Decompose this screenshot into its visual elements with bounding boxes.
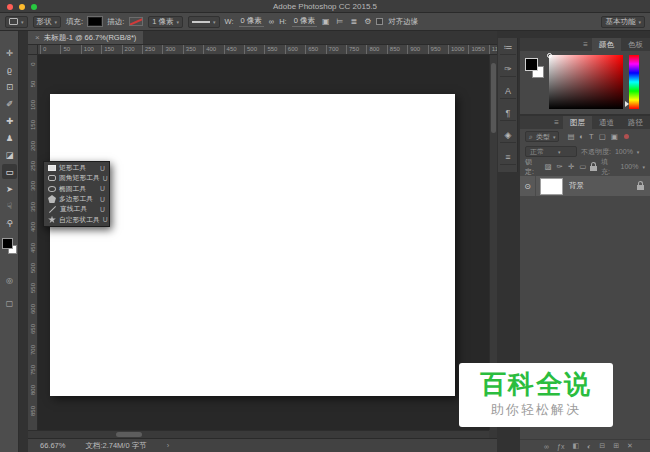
menu-item-rounded-rectangle-tool[interactable]: 圆角矩形工具 U [44, 173, 109, 183]
layer-effects-icon[interactable]: ƒx [557, 443, 564, 450]
character-panel-icon[interactable]: A [500, 83, 516, 99]
new-adjustment-layer-icon[interactable]: ◐ [587, 443, 591, 450]
tab-swatches[interactable]: 色板 [621, 38, 650, 51]
tool-mode-select[interactable]: 形状 ▾ [33, 16, 62, 28]
vertical-scrollbar-thumb[interactable] [491, 63, 496, 133]
eraser-tool[interactable]: ◪ [2, 147, 17, 162]
shape-height-input[interactable]: 0 像素 [292, 16, 317, 27]
layer-row-background[interactable]: ⊙ 背景 [520, 176, 650, 196]
color-cursor[interactable] [547, 53, 552, 58]
tab-layers[interactable]: 图层 [563, 116, 592, 129]
path-arrangement-icon[interactable]: ≣ [350, 17, 357, 26]
layer-filter-kind-select[interactable]: ⌕ 类型 ▾ [525, 131, 559, 142]
rectangle-shape-tool[interactable]: ▭ [2, 164, 17, 179]
shortcut-key: U [100, 165, 105, 172]
zoom-level-field[interactable]: 66.67% [40, 441, 65, 450]
ruler-origin-corner[interactable] [28, 45, 38, 55]
properties-panel-icon[interactable]: ≔ [500, 39, 516, 55]
path-operations-icon[interactable]: ▣ [322, 17, 330, 26]
horizontal-scrollbar-thumb[interactable] [116, 432, 142, 437]
filter-type-layers-icon[interactable]: T [589, 132, 594, 141]
layer-filter-row: ⌕ 类型 ▾ ▤◐T▢▣ [520, 129, 650, 144]
vertical-ruler[interactable]: 0501001502002503003504004505005506006507… [28, 55, 38, 430]
filter-adjustment-layers-icon[interactable]: ◐ [580, 132, 585, 141]
status-menu-arrow[interactable]: › [167, 441, 170, 450]
layer-thumbnail[interactable] [540, 178, 563, 195]
opacity-value[interactable]: 100% [615, 148, 633, 155]
path-alignment-icon[interactable]: ⊨ [337, 17, 344, 26]
link-layers-icon[interactable]: ∞ [544, 443, 549, 450]
menu-item-ellipse-tool[interactable]: 椭圆工具 U [44, 184, 109, 194]
add-mask-icon[interactable]: ◧ [572, 442, 579, 450]
shape-tools-flyout-menu: 矩形工具 U 圆角矩形工具 U 椭圆工具 U 多边形工具 U [43, 161, 110, 227]
quick-mask-button[interactable]: ◎ [2, 276, 17, 285]
chevron-down-icon: ▾ [55, 19, 58, 25]
canvas[interactable] [50, 94, 455, 396]
document-tab-title: 未标题-1 @ 66.7%(RGB/8*) [44, 33, 137, 43]
lock-position-icon[interactable]: ✛ [568, 162, 574, 171]
saturation-brightness-field[interactable] [549, 55, 623, 109]
hue-slider-marker[interactable] [625, 101, 629, 107]
menu-item-custom-shape-tool[interactable]: 自定形状工具 U [44, 214, 109, 224]
horizontal-ruler[interactable]: 0501001502002503003504004505005506006507… [38, 45, 497, 55]
delete-layer-icon[interactable]: ✕ [627, 442, 633, 450]
lock-artboard-icon[interactable]: ▭ [579, 162, 586, 171]
lasso-tool[interactable]: ϱ [2, 62, 17, 77]
panel-menu-icon[interactable]: ≡ [554, 118, 559, 127]
align-edges-checkbox[interactable] [376, 18, 383, 25]
filter-shape-layers-icon[interactable]: ▢ [599, 132, 606, 141]
brush-panel-icon[interactable]: ✑ [500, 61, 516, 77]
tab-channels[interactable]: 通道 [592, 116, 621, 129]
lock-label: 锁定: [525, 157, 541, 177]
clone-stamp-tool[interactable]: ♟ [2, 130, 17, 145]
lock-paint-icon[interactable]: ✑ [557, 162, 563, 171]
tab-color[interactable]: 颜色 [592, 38, 621, 51]
healing-brush-tool[interactable]: ✚ [2, 113, 17, 128]
stroke-type-select[interactable]: ▾ [188, 16, 220, 28]
horizontal-scrollbar[interactable] [28, 430, 489, 438]
tool-preset-picker[interactable]: ▾ [5, 16, 28, 28]
tools-palette: … ◎ ▢ ✛ϱ⊡✐✚♟◪▭➤☟⚲ [0, 31, 19, 452]
color-panel-foreground-swatch[interactable] [525, 58, 538, 71]
pasteboard[interactable] [38, 55, 489, 430]
document-tab[interactable]: × 未标题-1 @ 66.7%(RGB/8*) [28, 31, 143, 44]
stroke-width-select[interactable]: 1 像素 ▾ [148, 16, 183, 28]
path-selection-tool[interactable]: ➤ [2, 181, 17, 196]
menu-item-polygon-tool[interactable]: 多边形工具 U [44, 194, 109, 204]
blend-mode-select[interactable]: 正常 ▾ [525, 146, 577, 157]
workspace-select[interactable]: 基本功能 ▾ [601, 16, 645, 28]
eyedropper-tool[interactable]: ✐ [2, 96, 17, 111]
settings-gear-icon[interactable]: ⚙ [364, 17, 371, 26]
visibility-eye-icon[interactable]: ⊙ [520, 176, 536, 196]
filter-smart-objects-icon[interactable]: ▣ [611, 132, 618, 141]
foreground-color-swatch[interactable] [2, 238, 13, 249]
watermark-title: 百科全说 [480, 371, 592, 398]
zoom-tool[interactable]: ⚲ [2, 215, 17, 230]
hand-tool[interactable]: ☟ [2, 198, 17, 213]
crop-tool[interactable]: ⊡ [2, 79, 17, 94]
close-tab-icon[interactable]: × [35, 33, 40, 42]
stroke-color-swatch[interactable] [129, 17, 143, 26]
menu-item-rectangle-tool[interactable]: 矩形工具 U [44, 163, 109, 173]
layer-group-icon[interactable]: ⊟ [599, 442, 605, 450]
fill-color-swatch[interactable] [88, 17, 102, 26]
3d-panel-icon[interactable]: ◈ [500, 127, 516, 143]
adjustments-panel-icon[interactable]: ≡ [500, 149, 516, 165]
menu-item-line-tool[interactable]: 直线工具 U [44, 204, 109, 214]
tab-paths[interactable]: 路径 [621, 116, 650, 129]
shape-icon [49, 206, 56, 213]
shape-width-input[interactable]: 0 像素 [239, 16, 264, 27]
screen-mode-button[interactable]: ▢ [2, 299, 17, 308]
paragraph-panel-icon[interactable]: ¶ [500, 105, 516, 121]
new-layer-icon[interactable]: ⊞ [613, 442, 619, 450]
fill-opacity-value[interactable]: 100% [621, 163, 639, 170]
move-tool[interactable]: ✛ [2, 45, 17, 60]
lock-transparency-icon[interactable]: ▨ [545, 162, 552, 171]
filter-pixel-layers-icon[interactable]: ▤ [567, 132, 574, 141]
lock-all-icon[interactable] [590, 166, 597, 171]
panel-menu-icon[interactable]: ≡ [583, 40, 588, 49]
hue-slider[interactable] [629, 55, 639, 109]
watermark-badge: 百科全说 助你轻松解决 [459, 363, 613, 427]
link-dimensions-icon[interactable]: ∞ [269, 17, 274, 26]
layer-filter-toggle[interactable] [624, 134, 629, 139]
